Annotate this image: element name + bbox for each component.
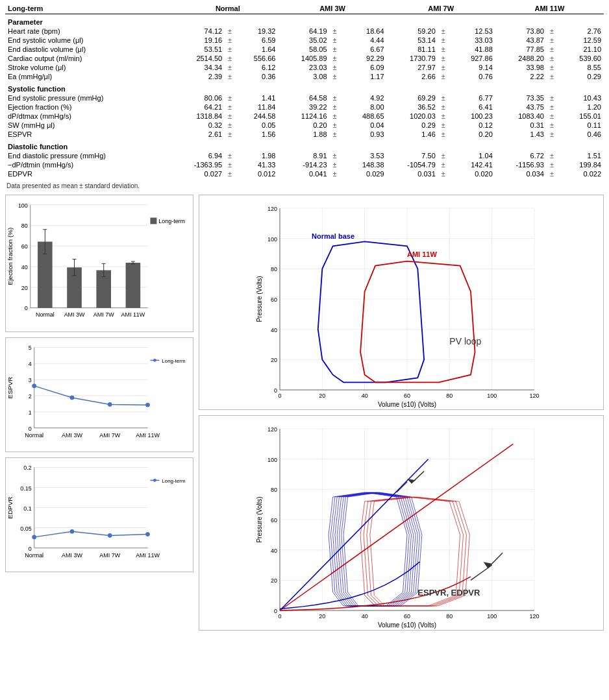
svg-text:0: 0 (278, 392, 281, 399)
table-note: Data presented as mean ± standard deviat… (5, 182, 604, 189)
table-cell: Ejection fraction (%) (5, 103, 177, 112)
table-row: End diastolic pressure (mmHg)6.94±1.988.… (5, 151, 604, 160)
table-cell: 18.64 (340, 27, 387, 36)
table-cell: ± (438, 169, 449, 178)
table-cell: 0.93 (340, 130, 387, 139)
svg-text:Pressure (Volts): Pressure (Volts) (256, 496, 263, 542)
table-cell: 0.12 (449, 121, 495, 130)
table-cell: 1083.40 (495, 112, 547, 121)
table-cell: 488.65 (340, 112, 387, 121)
svg-text:20: 20 (271, 357, 277, 363)
table-cell: 59.20 (387, 27, 438, 36)
right-charts: 020406080100120020406080100120Pressure (… (199, 195, 604, 631)
table-cell: 1.04 (449, 151, 495, 160)
table-cell: ± (438, 45, 449, 54)
table-cell: 73.35 (495, 93, 547, 103)
table-cell: ± (438, 160, 449, 169)
svg-text:80: 80 (446, 613, 453, 620)
svg-text:Long-term: Long-term (158, 218, 185, 224)
col-header-ami11w: AMI 11W (495, 4, 604, 14)
table-cell: 1730.79 (387, 54, 438, 63)
svg-text:0: 0 (274, 608, 277, 614)
table-cell: ± (547, 63, 557, 72)
table-cell: 244.58 (235, 112, 278, 121)
table-cell: 8.55 (557, 63, 604, 72)
table-cell: ± (225, 103, 235, 112)
svg-text:0.1: 0.1 (23, 505, 31, 512)
espvr-edpvr-container: 020406080100120020406080100120Pressure (… (199, 416, 603, 630)
table-cell: 1.46 (387, 130, 438, 139)
table-cell: 0.041 (278, 169, 329, 178)
svg-text:AMI 11W: AMI 11W (407, 250, 437, 258)
table-cell: 64.58 (278, 93, 329, 103)
svg-rect-30 (126, 263, 141, 308)
svg-line-155 (280, 444, 513, 610)
table-section-header: Systolic function (5, 81, 604, 93)
espvr-edpvr-svg: 020406080100120020406080100120Pressure (… (199, 416, 603, 630)
table-cell: 1.41 (235, 93, 278, 103)
table-cell: ± (225, 36, 235, 45)
table-cell: 53.51 (177, 45, 225, 54)
bar-chart-container: 020406080100Ejection fraction (%)NormalA… (6, 195, 193, 332)
table-cell: 0.29 (387, 121, 438, 130)
svg-point-56 (108, 402, 112, 406)
table-cell: 21.10 (557, 45, 604, 54)
svg-text:20: 20 (21, 285, 28, 291)
svg-text:4: 4 (29, 361, 32, 367)
table-cell: 0.05 (235, 121, 278, 130)
table-cell: ± (330, 54, 340, 63)
table-cell: 6.09 (340, 63, 387, 72)
svg-rect-35 (150, 217, 156, 224)
table-cell: -1054.79 (387, 160, 438, 169)
table-cell: ± (330, 45, 340, 54)
table-cell: ± (547, 160, 557, 169)
espvr-chart-box: 012345ESPVRNormalAMI 3WAMI 7WAMI 11WLong… (5, 337, 193, 452)
svg-text:80: 80 (271, 266, 277, 272)
svg-text:40: 40 (271, 327, 277, 333)
table-cell: 6.41 (449, 103, 495, 112)
svg-text:40: 40 (362, 613, 368, 620)
table-cell: ± (438, 93, 449, 103)
table-cell: 199.84 (557, 160, 604, 169)
table-section-header: Parameter (5, 14, 604, 27)
table-cell: 927.86 (449, 54, 495, 63)
svg-text:Normal: Normal (25, 552, 44, 559)
table-cell: 80.06 (177, 93, 225, 103)
svg-text:20: 20 (271, 577, 277, 584)
table-row: Heart rate (bpm)74.12±19.3264.19±18.6459… (5, 27, 604, 36)
table-cell: ± (438, 121, 449, 130)
table-cell: 8.91 (278, 151, 329, 160)
svg-text:80: 80 (21, 223, 28, 229)
table-cell: 0.46 (557, 130, 604, 139)
table-cell: 6.77 (449, 93, 495, 103)
table-cell: 2.76 (557, 27, 604, 36)
table-cell: 41.88 (449, 45, 495, 54)
svg-text:Normal: Normal (36, 311, 55, 318)
table-cell: 9.14 (449, 63, 495, 72)
svg-point-76 (32, 535, 36, 539)
table-cell: ± (225, 130, 235, 139)
table-cell: 1.17 (340, 72, 387, 81)
svg-text:0: 0 (274, 387, 277, 394)
svg-point-54 (70, 396, 74, 400)
table-cell: 92.29 (340, 54, 387, 63)
svg-text:100: 100 (18, 202, 28, 209)
main-container: Long-term Normal AMI 3W AMI 7W AMI 11W P… (0, 0, 609, 634)
table-row: ESPVR2.61±1.561.88±0.931.46±0.201.43±0.4… (5, 130, 604, 139)
table-cell: Ea (mmHg/μl) (5, 72, 177, 81)
svg-text:0.15: 0.15 (20, 485, 31, 492)
col-header-param: Long-term (5, 4, 177, 14)
table-cell: 0.020 (449, 169, 495, 178)
pv-loop-svg: 020406080100120020406080100120Pressure (… (199, 195, 603, 409)
table-cell: 0.31 (495, 121, 547, 130)
svg-text:20: 20 (319, 613, 325, 620)
table-cell: 0.034 (495, 169, 547, 178)
table-cell: 58.05 (278, 45, 329, 54)
table-row: SW (mmHg μl)0.32±0.050.20±0.040.29±0.120… (5, 121, 604, 130)
table-cell: 0.20 (278, 121, 329, 130)
svg-text:0: 0 (29, 546, 32, 552)
table-cell: 6.72 (495, 151, 547, 160)
table-row: −dP/dtmin (mmHg/s)-1363.95±41.33-914.23±… (5, 160, 604, 169)
table-cell: 74.12 (177, 27, 225, 36)
table-section-header: Diastolic function (5, 139, 604, 151)
